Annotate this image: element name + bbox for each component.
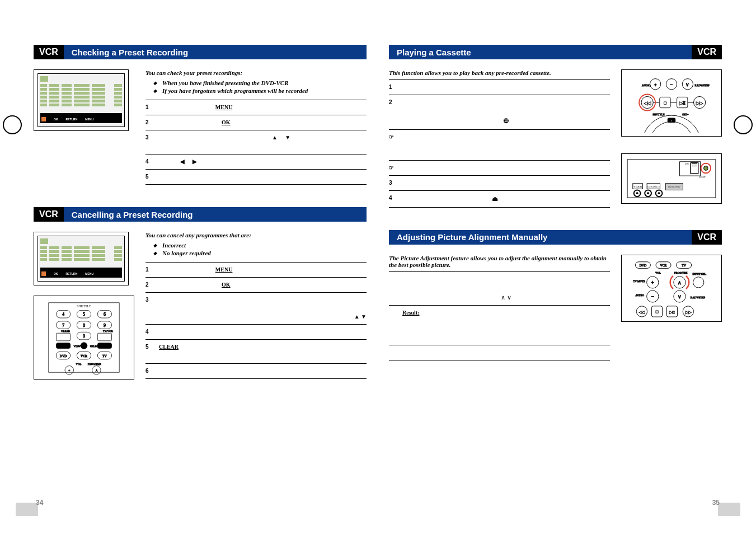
titlebar-cancelling: VCR Cancelling a Preset Recording xyxy=(34,207,367,222)
svg-text:6: 6 xyxy=(104,312,106,317)
page-edge-right xyxy=(718,503,740,516)
svg-rect-14 xyxy=(56,333,70,341)
svg-point-65 xyxy=(703,166,708,171)
vcr-tag: VCR xyxy=(692,230,722,245)
svg-text:VCR: VCR xyxy=(660,264,667,267)
step: 3Press the ■ button to stop the cassette… xyxy=(389,175,610,190)
svg-point-22 xyxy=(81,343,87,349)
svg-text:4: 4 xyxy=(62,312,64,317)
svg-text:VOL: VOL xyxy=(655,271,661,274)
svg-point-93 xyxy=(693,277,704,287)
close-icon xyxy=(41,117,46,121)
play-icon: ❿ xyxy=(402,116,610,126)
step: When noise bars or streaks appear on pla… xyxy=(389,271,610,305)
svg-text:−: − xyxy=(651,293,654,299)
svg-text:■: ■ xyxy=(664,100,666,106)
intro-alignment: The Picture Adjustment feature allows yo… xyxy=(389,255,610,268)
section-cancelling: OK RETURN MENU SHUTTLE 4 5 6 xyxy=(34,232,367,380)
svg-text:5: 5 xyxy=(83,312,85,317)
svg-text:▶II: ▶II xyxy=(679,101,686,106)
step: 1Press the MENU button. MENU xyxy=(145,100,367,115)
osd-ok: OK xyxy=(54,272,58,275)
svg-text:VIEW: VIEW xyxy=(74,345,81,348)
page-number-right: 35 xyxy=(712,499,720,507)
titlebar-alignment: VCR Adjusting Picture Alignment Manually xyxy=(389,230,722,245)
section-checking: OK RETURN MENU You can check your preset… xyxy=(34,69,367,185)
title-cancelling: Cancelling a Preset Recording xyxy=(64,207,367,222)
svg-text:TV/VCR: TV/VCR xyxy=(103,330,114,332)
step: Result:◆ The tracking bar appears. ◆ The… xyxy=(389,305,610,345)
svg-text:∨: ∨ xyxy=(678,294,682,299)
page-number-left: 34 xyxy=(36,499,43,507)
step: 1Switch on both the television and your … xyxy=(389,79,610,95)
svg-text:▶▶: ▶▶ xyxy=(696,101,703,106)
osd-return: RETURN xyxy=(66,118,78,121)
title-checking: Checking a Preset Recording xyxy=(64,45,367,59)
svg-text:PROG/TRK: PROG/TRK xyxy=(674,271,688,274)
osd-checking: OK RETURN MENU xyxy=(34,69,129,131)
titlebar-checking: VCR Checking a Preset Recording xyxy=(34,45,367,59)
osd-menu: MENU xyxy=(85,118,93,121)
svg-text:∧: ∧ xyxy=(678,280,682,285)
svg-text:VIDEO: VIDEO xyxy=(633,185,642,188)
figs-playing: + − ∨ AUDIO F.ADV/STEP ◀◀ ■ ▶II ▶▶ xyxy=(621,69,722,208)
step: 5CLEAR button erases all recording infor… xyxy=(145,339,367,363)
svg-point-75 xyxy=(636,192,638,194)
remote-buttons-icon: + − ∨ AUDIO F.ADV/STEP ◀◀ ■ ▶II ▶▶ xyxy=(625,73,718,133)
page-edge-left xyxy=(16,503,38,516)
osd-cancelling: OK RETURN MENU xyxy=(34,232,129,285)
intro-cancelling: You can cancel any programmes that are: xyxy=(145,232,367,238)
remote-trk-icon: DVD VCR TV VOLPROG/TRK TV MUTE + ∧ INPUT… xyxy=(625,259,718,318)
remote-figure: SHUTTLE 4 5 6 7 8 9 CLEAR 0 TV/VCR xyxy=(34,296,134,380)
bullet: When you have finished presetting the DV… xyxy=(162,79,367,86)
step: 4Press the ⏏ button to eject the cassett… xyxy=(389,190,610,208)
step: 4Press the ▲ or ▼ buttons to select the … xyxy=(145,324,367,339)
close-icon xyxy=(41,271,46,276)
svg-text:∨: ∨ xyxy=(685,82,689,87)
osd-return: RETURN xyxy=(66,272,78,275)
svg-text:◯ AUDIO ◯: ◯ AUDIO ◯ xyxy=(647,185,660,188)
step: 2Press the OK or ❿ buttons. OK xyxy=(145,115,367,130)
step: 1Press the MENU button. MENU xyxy=(145,262,367,277)
svg-text:7: 7 xyxy=(62,323,64,328)
svg-text:CLEAR: CLEAR xyxy=(61,330,71,332)
step: ☞When a tape is loaded, the tape positio… xyxy=(389,129,610,160)
svg-text:+: + xyxy=(651,279,654,285)
osd-ok: OK xyxy=(54,118,58,121)
figs-cancelling: OK RETURN MENU SHUTTLE 4 5 6 xyxy=(34,232,134,380)
step: 3Press the ▲ or ▼ buttons to select TIME… xyxy=(145,292,367,324)
svg-text:∧: ∧ xyxy=(95,368,98,372)
svg-text:9: 9 xyxy=(104,323,106,328)
vcr-tag: VCR xyxy=(34,45,64,59)
svg-rect-20 xyxy=(56,343,70,349)
svg-text:DVD: DVD xyxy=(640,264,647,267)
title-alignment: Adjusting Picture Alignment Manually xyxy=(389,230,692,245)
vcr-icon: DV EJECT VIDEO ◯ AUDIO ◯ DIGITAL VIDEO xyxy=(625,157,718,200)
section-playing: This function allows you to play back an… xyxy=(389,69,722,208)
figs-checking: OK RETURN MENU xyxy=(34,69,134,185)
spread: VCR Checking a Preset Recording xyxy=(34,45,722,490)
remote-trk-figure: DVD VCR TV VOLPROG/TRK TV MUTE + ∧ INPUT… xyxy=(621,255,722,322)
svg-text:◀◀: ◀◀ xyxy=(639,310,645,314)
svg-text:F.ADV/STEP: F.ADV/STEP xyxy=(691,296,706,299)
figs-alignment: DVD VCR TV VOLPROG/TRK TV MUTE + ∧ INPUT… xyxy=(621,255,722,360)
svg-text:−: − xyxy=(670,82,673,87)
svg-text:TV: TV xyxy=(102,354,107,358)
step: 5When you have finished, press the RETUR… xyxy=(145,169,367,185)
step: 3Select TIMER PROGRAMMING by pressing th… xyxy=(145,130,367,154)
svg-rect-24 xyxy=(97,343,111,349)
step: 6When you have finished, press the RETUR… xyxy=(145,363,367,379)
bullets-cancelling: Incorrect No longer required xyxy=(162,242,367,256)
bullet: If you have forgotten which programmes w… xyxy=(162,87,367,94)
svg-text:▶II: ▶II xyxy=(669,310,675,314)
step: 4Press the ◀ or ▶ buttons to check setti… xyxy=(145,154,367,169)
svg-text:DVD: DVD xyxy=(60,354,67,358)
svg-text:■: ■ xyxy=(655,309,658,315)
svg-text:AUDIO: AUDIO xyxy=(642,84,651,87)
svg-text:+: + xyxy=(654,82,657,87)
svg-text:SHUTTLE: SHUTTLE xyxy=(652,113,664,116)
svg-text:TV: TV xyxy=(682,264,687,267)
svg-text:F.ADV/STEP: F.ADV/STEP xyxy=(694,84,710,87)
svg-point-77 xyxy=(647,192,649,194)
intro-checking: You can check your preset recordings: xyxy=(145,69,367,76)
